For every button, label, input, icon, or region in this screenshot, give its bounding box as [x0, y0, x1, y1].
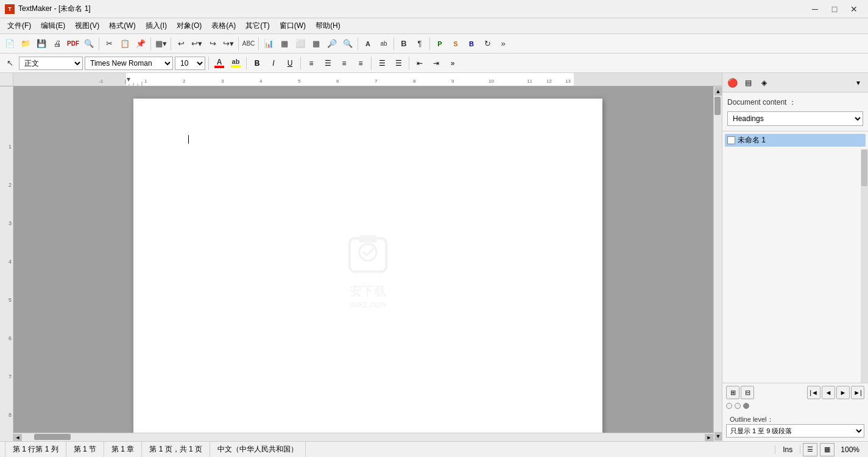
- panel-scroll-thumb[interactable]: [861, 150, 867, 186]
- menu-file[interactable]: 文件(F): [2, 19, 36, 33]
- outline-level-select[interactable]: 只显示 1 至 9 级段落: [726, 424, 864, 438]
- vertical-scrollbar[interactable]: ▲ ▼: [713, 86, 722, 441]
- print-button[interactable]: 🖨: [50, 37, 65, 51]
- table2-button[interactable]: ▦: [309, 37, 323, 51]
- minimize-button[interactable]: ─: [806, 2, 824, 16]
- document-scroll-area[interactable]: 安下载 anxz.com ▲ ▼ ◄ ►: [13, 86, 722, 441]
- align-left-button[interactable]: ≡: [304, 56, 319, 71]
- preview-button[interactable]: 🔍: [82, 37, 96, 51]
- scroll-right-button[interactable]: ►: [705, 434, 713, 441]
- font-select[interactable]: Times New Roman: [85, 57, 173, 70]
- panel-more-icon[interactable]: ▾: [851, 75, 866, 90]
- menu-insert[interactable]: 插入(I): [141, 19, 172, 33]
- B2-btn[interactable]: B: [464, 37, 479, 51]
- scroll-up-button[interactable]: ▲: [715, 87, 722, 96]
- panel-list-icon[interactable]: ◈: [757, 75, 771, 90]
- paste-button[interactable]: 📌: [133, 37, 148, 51]
- h-scroll-thumb[interactable]: [34, 434, 71, 440]
- ruler-mark-6: 6: [9, 336, 12, 341]
- nav-next-button[interactable]: ►: [836, 386, 850, 399]
- undo-button[interactable]: ↩: [174, 37, 188, 51]
- menu-object[interactable]: 对象(O): [172, 19, 206, 33]
- collapse-button[interactable]: ⊟: [741, 386, 754, 399]
- zoom-button[interactable]: 🔎: [325, 37, 339, 51]
- font-size-select[interactable]: 10: [175, 57, 205, 70]
- arrow-btn[interactable]: ↻: [480, 37, 495, 51]
- doc-content-label: Document content ：: [727, 97, 863, 108]
- redo-more-button[interactable]: ↪▾: [221, 37, 236, 51]
- scroll-thumb[interactable]: [715, 97, 721, 115]
- bold2-btn[interactable]: B: [397, 37, 411, 51]
- redo-button[interactable]: ↪: [205, 37, 220, 51]
- para-btn[interactable]: ¶: [412, 37, 427, 51]
- h-scroll-track: [22, 433, 705, 441]
- scroll-down-button[interactable]: ▼: [715, 432, 722, 441]
- open-button[interactable]: 📁: [18, 37, 33, 51]
- menu-bar: 文件(F) 编辑(E) 视图(V) 格式(W) 插入(I) 对象(O) 表格(A…: [0, 18, 868, 34]
- view-mode-btn-1[interactable]: ☰: [803, 443, 817, 456]
- menu-help[interactable]: 帮助(H): [311, 19, 345, 33]
- separator-1: [99, 37, 99, 51]
- maximize-button[interactable]: □: [825, 2, 844, 16]
- bullet-list-button[interactable]: ☰: [375, 56, 389, 71]
- dot-btn-3[interactable]: [743, 403, 749, 409]
- S-btn[interactable]: S: [448, 37, 463, 51]
- frame-button[interactable]: ⬜: [293, 37, 308, 51]
- table-button[interactable]: ▦: [277, 37, 292, 51]
- menu-other[interactable]: 其它(T): [241, 19, 274, 33]
- zoom2-button[interactable]: 🔍: [340, 37, 355, 51]
- close-button[interactable]: ✕: [845, 2, 863, 16]
- insert-dropdown[interactable]: ▦▾: [153, 37, 168, 51]
- panel-bookmark-icon[interactable]: ▤: [741, 75, 755, 90]
- align-justify-button[interactable]: ≡: [353, 56, 368, 71]
- numbered-list-button[interactable]: ☰: [391, 56, 406, 71]
- headings-select[interactable]: Headings: [727, 111, 863, 126]
- panel-scrollbar[interactable]: [861, 149, 868, 383]
- document-page[interactable]: 安下载 anxz.com: [133, 99, 602, 439]
- undo-more-button[interactable]: ↩▾: [189, 37, 204, 51]
- font-color-button[interactable]: A: [212, 56, 227, 71]
- italic-button[interactable]: I: [266, 56, 281, 71]
- new-button[interactable]: 📄: [2, 37, 17, 51]
- copy-button[interactable]: 📋: [118, 37, 132, 51]
- save-button[interactable]: 💾: [34, 37, 49, 51]
- bold-button[interactable]: B: [250, 56, 264, 71]
- align-right-button[interactable]: ≡: [337, 56, 351, 71]
- dot-btn-1[interactable]: [726, 403, 732, 409]
- svg-text:13: 13: [565, 78, 571, 84]
- text-content-area[interactable]: [188, 135, 548, 144]
- dot-btn-2[interactable]: [735, 403, 741, 409]
- horizontal-scrollbar[interactable]: ◄ ►: [13, 433, 713, 441]
- chart-button[interactable]: 📊: [261, 37, 276, 51]
- highlight-btn[interactable]: ab: [376, 37, 391, 51]
- nav-prev-button[interactable]: ◄: [822, 386, 835, 399]
- cut-button[interactable]: ✂: [102, 37, 116, 51]
- increase-indent-button[interactable]: ⇥: [429, 56, 443, 71]
- nav-last-button[interactable]: ►|: [851, 386, 864, 399]
- align-center-button[interactable]: ☰: [320, 56, 335, 71]
- menu-window[interactable]: 窗口(W): [275, 19, 311, 33]
- highlight-button[interactable]: ab: [228, 56, 243, 71]
- view-mode-btn-2[interactable]: ▦: [820, 443, 834, 456]
- underline-button[interactable]: U: [283, 56, 297, 71]
- nav-checkbox[interactable]: [727, 136, 735, 144]
- P-btn[interactable]: P: [432, 37, 447, 51]
- nav-first-button[interactable]: |◄: [807, 386, 820, 399]
- panel-nav-icon[interactable]: 🔴: [725, 75, 739, 90]
- nav-item-unnamed[interactable]: 未命名 1: [725, 134, 866, 147]
- scroll-left-button[interactable]: ◄: [13, 434, 22, 441]
- title-bar-left: T TextMaker - [未命名 1]: [5, 4, 91, 14]
- paragraph-style-select[interactable]: 正文: [19, 57, 83, 70]
- more-btn[interactable]: »: [496, 37, 510, 51]
- decrease-indent-button[interactable]: ⇤: [412, 56, 427, 71]
- expand-button[interactable]: ⊞: [726, 386, 739, 399]
- text-color-btn[interactable]: A: [361, 37, 375, 51]
- menu-format[interactable]: 格式(W): [104, 19, 140, 33]
- more-format-button[interactable]: »: [445, 56, 460, 71]
- menu-edit[interactable]: 编辑(E): [36, 19, 70, 33]
- select-btn[interactable]: ↖: [2, 56, 17, 71]
- pdf-button[interactable]: PDF: [66, 37, 80, 51]
- menu-view[interactable]: 视图(V): [70, 19, 104, 33]
- abc-button[interactable]: ABC: [241, 37, 256, 51]
- menu-table[interactable]: 表格(A): [206, 19, 241, 33]
